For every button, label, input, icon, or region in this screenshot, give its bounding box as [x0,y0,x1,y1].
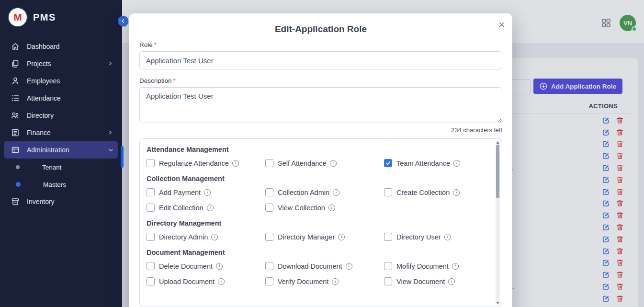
sidebar-active-indicator [121,146,124,168]
info-icon[interactable]: i [333,189,339,196]
unchecked-checkbox[interactable] [384,233,392,241]
unchecked-checkbox[interactable] [384,188,392,196]
permission-item-view-document: View Documenti [384,277,481,285]
sidebar-item-projects[interactable]: Projects [4,55,118,72]
info-icon[interactable]: i [452,263,459,270]
unchecked-checkbox[interactable] [265,233,273,241]
permission-item-verify-document: Verify Documenti [265,277,384,285]
unchecked-checkbox[interactable] [265,159,273,167]
sidebar-item-finance[interactable]: Finance [4,124,118,141]
permissions-panel: Attendance ManagementRegularize Attendan… [139,138,502,307]
permissions-scrollbar[interactable] [496,140,500,305]
sidebar-subitem-masters[interactable]: Masters [0,176,122,193]
permission-label: Verify Document [278,278,328,285]
sidebar: M PMS DashboardProjectsEmployeesAttendan… [0,0,122,307]
attendance-icon [11,93,20,103]
info-icon[interactable]: i [204,189,211,196]
unchecked-checkbox[interactable] [147,262,155,270]
unchecked-checkbox[interactable] [265,188,273,196]
sidebar-subitem-label: Masters [43,181,66,188]
sidebar-item-label: Projects [27,60,108,68]
sidebar-item-label: Administration [27,146,108,154]
sidebar-item-label: Finance [27,129,108,136]
unchecked-checkbox[interactable] [384,277,392,285]
unchecked-checkbox[interactable] [384,262,392,270]
permission-label: Add Payment [159,189,201,196]
permission-item-add-payment: Add Paymenti [147,188,265,196]
permission-label: Download Document [278,262,342,270]
info-icon[interactable]: i [207,205,214,211]
sidebar-item-inventory[interactable]: Inventory [4,193,118,210]
info-icon[interactable]: i [453,160,460,167]
unchecked-checkbox[interactable] [265,262,273,270]
role-label-text: Role [139,41,153,48]
info-icon[interactable]: i [218,278,225,285]
info-icon[interactable]: i [211,234,218,240]
permission-label: Create Collection [396,189,450,196]
sidebar-subitem-tenant[interactable]: Tenant [0,159,122,176]
permission-section-title: Document Management [147,249,481,256]
permission-label: Upload Document [159,278,215,285]
permission-label: Directory Admin [159,233,208,241]
sidebar-item-attendance[interactable]: Attendance [4,90,118,107]
permission-label: View Document [396,278,445,285]
scroll-up-icon[interactable] [496,141,500,145]
description-textarea[interactable]: Application Test User [139,87,502,123]
sidebar-item-dashboard[interactable]: Dashboard [4,38,118,55]
permission-item-delete-document: Delete Documenti [147,262,265,270]
info-icon[interactable]: i [332,278,339,285]
unchecked-checkbox[interactable] [265,277,273,285]
home-icon [11,42,20,51]
permission-grid: Directory AdminiDirectory ManageriDirect… [147,233,481,241]
sidebar-item-employees[interactable]: Employees [4,72,118,90]
unchecked-checkbox[interactable] [147,204,155,212]
info-icon[interactable]: i [328,205,335,211]
info-icon[interactable]: i [338,234,345,240]
permission-sections: Attendance ManagementRegularize Attendan… [147,146,481,285]
info-icon[interactable]: i [330,160,337,167]
unchecked-checkbox[interactable] [147,159,155,167]
scrollbar-thumb[interactable] [496,145,499,198]
permission-label: Collection Admin [278,189,329,196]
info-icon[interactable]: i [444,234,451,240]
employee-icon [11,76,20,86]
unchecked-checkbox[interactable] [147,233,155,241]
modal-title: Edit-Application Role [129,13,512,41]
permission-item-collection-admin: Collection Admini [265,188,384,196]
chevron-down-icon [108,148,113,152]
info-icon[interactable]: i [346,263,352,270]
sidebar-item-label: Employees [27,77,113,85]
info-icon[interactable]: i [232,160,239,167]
permission-item-create-collection: Create Collectioni [384,188,481,196]
sidebar-item-label: Attendance [27,94,113,102]
scroll-down-icon[interactable] [496,301,500,305]
required-asterisk: * [154,41,157,48]
role-input[interactable] [139,51,502,69]
permission-grid: Regularize AttendanceiSelf AttendanceiTe… [147,159,481,167]
info-icon[interactable]: i [216,263,223,270]
checked-checkbox[interactable] [384,159,392,167]
permission-label: Mofify Document [396,262,449,270]
permission-item-download-document: Download Documenti [265,262,384,270]
unchecked-checkbox[interactable] [147,188,155,196]
logo-letter: M [13,11,22,23]
permission-section-title: Attendance Management [147,146,481,153]
sidebar-item-administration[interactable]: Administration [4,141,118,159]
sidebar-item-directory[interactable]: Directory [4,107,118,124]
sidebar-item-label: Dashboard [27,43,113,50]
sidebar-item-label: Directory [27,112,113,119]
permission-label: Team Attendance [396,159,450,167]
logo-icon: M [9,8,27,26]
unchecked-checkbox[interactable] [265,204,273,212]
close-icon[interactable]: × [498,20,505,30]
info-icon[interactable]: i [448,278,455,285]
info-icon[interactable]: i [453,189,460,196]
description-field-label: Description* [139,77,502,84]
permission-section-directory-management: Directory ManagementDirectory AdminiDire… [147,219,481,241]
permission-section-collection-management: Collection ManagementAdd PaymentiCollect… [147,175,481,212]
permission-section-title: Directory Management [147,219,481,227]
sidebar-collapse-button[interactable] [118,16,128,26]
permission-item-self-attendance: Self Attendancei [265,159,384,167]
projects-icon [11,59,20,68]
unchecked-checkbox[interactable] [147,277,155,285]
